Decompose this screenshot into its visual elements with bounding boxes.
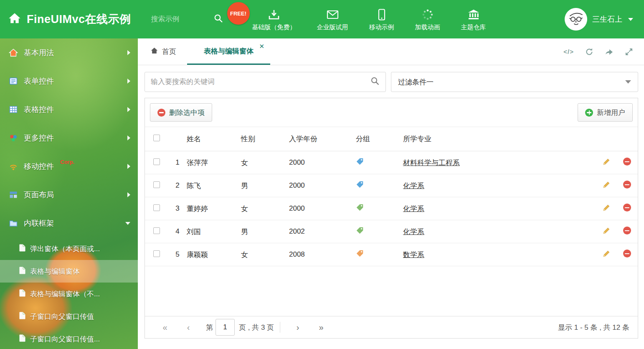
sidebar-subitem-grid-edit-window[interactable]: 表格与编辑窗体 bbox=[0, 260, 138, 283]
search-icon[interactable] bbox=[214, 14, 223, 25]
sidebar-subitem-label: 子窗口向父窗口传值 bbox=[30, 312, 94, 321]
tab-home[interactable]: 首页 bbox=[138, 38, 187, 65]
share-icon[interactable] bbox=[605, 48, 614, 56]
col-header-group[interactable]: 分组 bbox=[355, 127, 402, 151]
chevron-down-icon bbox=[625, 80, 631, 84]
free-badge: FREE! bbox=[227, 2, 250, 25]
col-header-gender[interactable]: 性别 bbox=[240, 127, 288, 151]
main-area: 首页 表格与编辑窗体 ✕ </> bbox=[138, 38, 644, 349]
nav-item-enterprise-trial[interactable]: 企业版试用 bbox=[317, 9, 348, 31]
col-header-major[interactable]: 所学专业 bbox=[402, 127, 597, 151]
nav-item-theme-repo[interactable]: 主题仓库 bbox=[461, 9, 486, 31]
sidebar-item-page-layout[interactable]: 页面布局 bbox=[0, 181, 138, 209]
tag-icon bbox=[356, 204, 364, 211]
row-checkbox[interactable] bbox=[153, 250, 160, 257]
expand-icon[interactable] bbox=[625, 48, 633, 56]
spinner-icon bbox=[422, 9, 434, 20]
tag-icon bbox=[356, 250, 364, 257]
edit-icon[interactable] bbox=[602, 204, 611, 212]
sidebar-item-form-controls[interactable]: 表单控件 bbox=[0, 67, 138, 95]
grid-panel: 删除选中项 新增用户 bbox=[145, 98, 638, 339]
row-gender: 男 bbox=[240, 174, 288, 197]
row-checkbox[interactable] bbox=[153, 227, 160, 234]
sidebar-subitem-grid-edit-window-alt[interactable]: 表格与编辑窗体（不... bbox=[0, 283, 138, 305]
add-user-label: 新增用户 bbox=[597, 108, 625, 117]
table-row[interactable]: 2 陈飞 男 2000 化学系 bbox=[145, 174, 638, 197]
major-link[interactable]: 化学系 bbox=[403, 182, 424, 190]
row-gender: 女 bbox=[240, 243, 288, 266]
keyword-search-box bbox=[145, 72, 386, 92]
sidebar-subitem-child-to-parent-alt[interactable]: 子窗口向父窗口传值... bbox=[0, 328, 138, 349]
plus-circle-icon bbox=[585, 109, 593, 117]
file-icon bbox=[19, 312, 25, 321]
delete-row-icon[interactable] bbox=[623, 250, 631, 257]
top-search-input[interactable] bbox=[151, 15, 210, 23]
avatar bbox=[565, 8, 587, 31]
col-header-year[interactable]: 入学年份 bbox=[288, 127, 355, 151]
delete-row-icon[interactable] bbox=[623, 181, 631, 189]
nav-item-mobile-demo[interactable]: 移动示例 bbox=[369, 9, 394, 31]
delete-row-icon[interactable] bbox=[623, 227, 631, 234]
edit-icon[interactable] bbox=[602, 181, 611, 189]
table-row[interactable]: 3 董婷婷 女 2000 化学系 bbox=[145, 197, 638, 220]
row-checkbox[interactable] bbox=[153, 181, 160, 188]
major-link[interactable]: 化学系 bbox=[403, 228, 424, 236]
select-all-checkbox[interactable] bbox=[153, 135, 160, 141]
sidebar-item-label: 更多控件 bbox=[24, 133, 54, 143]
pagination-bar: « ‹ 第 页 , 共 3 页 › » 显示 1 - 5 条 , 共 12 条 bbox=[145, 316, 638, 338]
sidebar-item-more-controls[interactable]: 更多控件 bbox=[0, 124, 138, 152]
sidebar-item-grid-controls[interactable]: 表格控件 bbox=[0, 95, 138, 124]
major-link[interactable]: 化学系 bbox=[403, 205, 424, 213]
row-name: 陈飞 bbox=[186, 174, 240, 197]
data-grid: 姓名 性别 入学年份 分组 所学专业 bbox=[145, 127, 638, 266]
next-page-button[interactable]: › bbox=[286, 323, 309, 332]
tab-grid-edit-window[interactable]: 表格与编辑窗体 ✕ bbox=[187, 38, 270, 65]
row-checkbox[interactable] bbox=[153, 204, 160, 211]
view-source-icon[interactable]: </> bbox=[563, 48, 574, 55]
content-area: 过滤条件一 删除选中项 新增用户 bbox=[138, 65, 644, 349]
major-link[interactable]: 材料科学与工程系 bbox=[403, 159, 460, 167]
chevron-right-icon bbox=[127, 107, 130, 112]
table-row[interactable]: 4 刘国 男 2002 化学系 bbox=[145, 220, 638, 243]
delete-row-icon[interactable] bbox=[623, 204, 631, 211]
row-checkbox[interactable] bbox=[153, 158, 160, 165]
refresh-icon[interactable] bbox=[585, 48, 593, 56]
nav-label: 加载动画 bbox=[415, 23, 440, 31]
sidebar-subitem-child-to-parent[interactable]: 子窗口向父窗口传值 bbox=[0, 305, 138, 328]
sidebar-item-mobile-controls[interactable]: 移动控件 Corp. bbox=[0, 152, 138, 181]
user-menu[interactable]: 三生石上 bbox=[565, 8, 644, 31]
filter-dropdown-value: 过滤条件一 bbox=[398, 77, 434, 87]
username: 三生石上 bbox=[592, 14, 622, 24]
col-header-name[interactable]: 姓名 bbox=[186, 127, 240, 151]
delete-row-icon[interactable] bbox=[623, 158, 631, 166]
first-page-button[interactable]: « bbox=[153, 323, 177, 332]
table-row[interactable]: 1 张萍萍 女 2000 材料科学与工程系 bbox=[145, 151, 638, 174]
row-gender: 男 bbox=[240, 220, 288, 243]
search-icon[interactable] bbox=[370, 76, 380, 87]
filter-dropdown[interactable]: 过滤条件一 bbox=[391, 72, 638, 92]
keyword-search-input[interactable] bbox=[151, 78, 370, 86]
row-index: 4 bbox=[169, 220, 186, 243]
edit-icon[interactable] bbox=[602, 250, 611, 258]
chevron-right-icon bbox=[127, 79, 130, 84]
close-icon[interactable]: ✕ bbox=[259, 43, 264, 49]
edit-icon[interactable] bbox=[602, 227, 611, 235]
prev-page-button[interactable]: ‹ bbox=[177, 323, 200, 332]
edit-icon[interactable] bbox=[602, 158, 611, 166]
sidebar-item-label: 页面布局 bbox=[24, 190, 54, 200]
tab-label: 首页 bbox=[162, 47, 176, 56]
nav-item-loading-animation[interactable]: 加载动画 bbox=[415, 9, 440, 31]
bank-icon bbox=[468, 9, 479, 20]
delete-selected-button[interactable]: 删除选中项 bbox=[150, 103, 212, 122]
major-link[interactable]: 数学系 bbox=[403, 251, 424, 259]
page-number-input[interactable] bbox=[216, 319, 235, 336]
nav-item-basic-free[interactable]: FREE! 基础版（免费） bbox=[252, 9, 296, 31]
last-page-button[interactable]: » bbox=[309, 323, 333, 332]
add-user-button[interactable]: 新增用户 bbox=[578, 103, 633, 122]
sidebar-subitem-label: 子窗口向父窗口传值... bbox=[30, 334, 100, 344]
table-row[interactable]: 5 康颖颖 女 2008 数学系 bbox=[145, 243, 638, 266]
nav-label: 基础版（免费） bbox=[252, 23, 296, 31]
sidebar-subitem-popup-window[interactable]: 弹出窗体（本页面或... bbox=[0, 237, 138, 260]
sidebar-item-basic-usage[interactable]: 基本用法 bbox=[0, 38, 138, 67]
sidebar-item-inline-frame[interactable]: 内联框架 bbox=[0, 209, 138, 237]
